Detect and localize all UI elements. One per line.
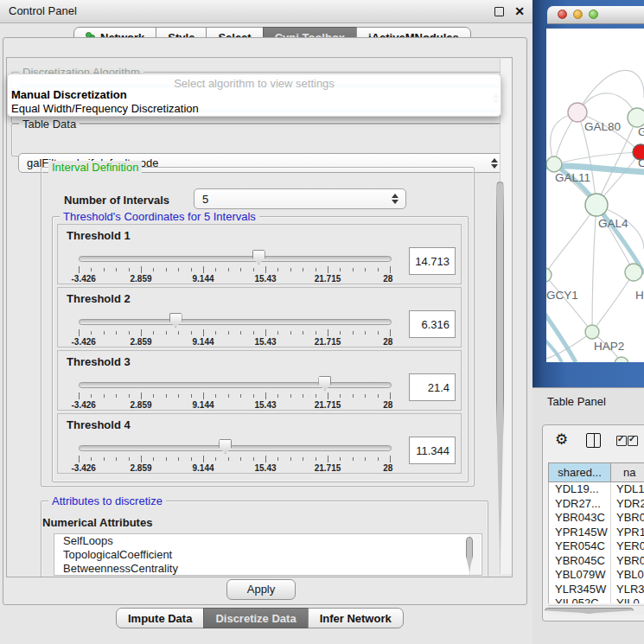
slider-thumb[interactable] bbox=[219, 439, 232, 454]
table-horizontal-scrollbar[interactable] bbox=[548, 605, 644, 615]
table-header-row: shared...na bbox=[548, 462, 644, 482]
network-node-partial[interactable] bbox=[615, 357, 628, 362]
threshold-value-field[interactable]: 21.4 bbox=[409, 373, 456, 401]
node-label: GCY1 bbox=[546, 289, 578, 302]
threshold-value-field[interactable]: 11.344 bbox=[409, 437, 456, 464]
algorithm-option[interactable]: Equal Width/Frequency Discretization bbox=[11, 102, 199, 115]
attributes-scrollbar[interactable] bbox=[469, 535, 481, 576]
split-columns-icon[interactable] bbox=[586, 433, 601, 448]
slider-tick-labels: -3.4262.8599.14415.4321.71528 bbox=[79, 463, 390, 474]
network-node-ga[interactable] bbox=[628, 108, 644, 127]
table-row[interactable]: YBR045C YBR0 bbox=[549, 554, 644, 569]
checkbox-icon[interactable] bbox=[616, 436, 627, 446]
control-panel-window: Control Panel ✕ NetworkStyleSelectCyni T… bbox=[0, 0, 532, 644]
network-edge[interactable] bbox=[592, 272, 634, 332]
slider-thumb[interactable] bbox=[318, 376, 331, 391]
tick-label: 21.715 bbox=[315, 400, 341, 410]
threshold-slider[interactable]: -3.4262.8599.14415.4321.71528 bbox=[79, 438, 390, 469]
attribute-list-item[interactable]: BetweennessCentrality bbox=[54, 562, 481, 576]
network-edge[interactable] bbox=[546, 205, 596, 275]
table-row[interactable]: YDL19... YDL1 bbox=[549, 482, 644, 497]
network-node-gal80[interactable] bbox=[568, 103, 587, 122]
network-node-gcy1[interactable] bbox=[546, 268, 552, 282]
table-row[interactable]: YPR145W YPR1 bbox=[549, 526, 644, 540]
column-header[interactable]: na bbox=[611, 463, 644, 481]
attribute-list-item[interactable]: TopologicalCoefficient bbox=[54, 548, 481, 562]
slider-thumb[interactable] bbox=[169, 313, 182, 328]
slider-ticks bbox=[79, 329, 390, 336]
minimize-traffic-light-icon[interactable] bbox=[573, 10, 583, 19]
tick-label: 9.144 bbox=[192, 400, 214, 410]
close-icon[interactable]: ✕ bbox=[514, 3, 525, 19]
network-edge[interactable] bbox=[546, 314, 576, 362]
float-window-icon[interactable] bbox=[494, 7, 504, 16]
tab-infer-network[interactable]: Infer Network bbox=[308, 608, 404, 628]
table-row[interactable]: YIL052C YIL0 bbox=[549, 596, 644, 603]
slider-track[interactable] bbox=[79, 319, 392, 325]
slider-tick-labels: -3.4262.8599.14415.4321.71528 bbox=[79, 274, 390, 284]
column-header[interactable]: shared... bbox=[549, 463, 611, 481]
tick-label: 2.859 bbox=[130, 274, 151, 284]
tick-label: 21.715 bbox=[315, 274, 341, 284]
network-node-gal11[interactable] bbox=[546, 156, 562, 172]
tab-impute-data[interactable]: Impute Data bbox=[116, 608, 204, 628]
table-hscrollbar-thumb[interactable] bbox=[545, 608, 634, 614]
table-row[interactable]: YLR345W YLR3 bbox=[549, 583, 644, 597]
algorithm-dropdown-popup: Select algorithm to view settings Manual… bbox=[7, 73, 501, 117]
tick-label: 15.43 bbox=[254, 274, 276, 284]
gear-icon[interactable]: ⚙ bbox=[555, 431, 568, 449]
control-panel-titlebar[interactable]: Control Panel ✕ bbox=[0, 0, 532, 23]
thresholds-group: Threshold's Coordinates for 5 Intervals … bbox=[52, 216, 469, 482]
threshold-label: Threshold 1 bbox=[67, 229, 131, 242]
tick-label: -3.426 bbox=[71, 274, 95, 284]
table-row[interactable]: YER054C YER0 bbox=[549, 539, 644, 554]
threshold-slider[interactable]: -3.4262.8599.14415.4321.71528 bbox=[79, 249, 390, 280]
network-edge[interactable] bbox=[577, 70, 644, 112]
threshold-block: Threshold 1 -3.4262.8599.14415.4321.7152… bbox=[57, 224, 462, 284]
node-label: GA bbox=[638, 125, 644, 138]
tab-discretize-data[interactable]: Discretize Data bbox=[203, 608, 308, 628]
tick-label: 15.43 bbox=[254, 463, 276, 473]
slider-ticks bbox=[79, 266, 390, 273]
table-row[interactable]: YBR043C YBR0 bbox=[549, 511, 644, 526]
algorithm-option[interactable]: Manual Discretization bbox=[11, 88, 127, 101]
panel-scrollbar[interactable] bbox=[500, 59, 512, 574]
threshold-slider[interactable]: -3.4262.8599.14415.4321.71528 bbox=[79, 375, 390, 406]
network-window-titlebar[interactable] bbox=[547, 6, 644, 24]
screen: { "window": { "title": "Control Panel" }… bbox=[0, 0, 644, 644]
table-row[interactable]: YBL079W YBL0 bbox=[549, 568, 644, 583]
threshold-value-field[interactable]: 14.713 bbox=[409, 247, 456, 275]
threshold-label: Threshold 3 bbox=[67, 355, 131, 368]
threshold-slider[interactable]: -3.4262.8599.14415.4321.71528 bbox=[79, 312, 390, 343]
number-of-intervals-combobox[interactable]: 5 bbox=[194, 188, 406, 209]
slider-track[interactable] bbox=[79, 382, 392, 388]
slider-ticks bbox=[79, 392, 390, 399]
slider-thumb[interactable] bbox=[252, 250, 265, 265]
checkbox-icon[interactable] bbox=[628, 436, 638, 446]
network-edge[interactable] bbox=[554, 152, 641, 164]
apply-button[interactable]: Apply bbox=[226, 579, 296, 600]
slider-tick-labels: -3.4262.8599.14415.4321.71528 bbox=[79, 400, 390, 411]
slider-track[interactable] bbox=[79, 256, 392, 262]
numerical-attributes-list[interactable]: SelfLoopsTopologicalCoefficientBetweenne… bbox=[54, 533, 482, 576]
node-label: GAL11 bbox=[555, 171, 590, 184]
close-traffic-light-icon[interactable] bbox=[558, 10, 567, 19]
slider-track[interactable] bbox=[79, 445, 392, 451]
threshold-label: Threshold 4 bbox=[67, 418, 131, 431]
tick-label: 15.43 bbox=[254, 337, 276, 347]
network-node-h[interactable] bbox=[625, 264, 642, 281]
tick-label: 2.859 bbox=[130, 337, 151, 347]
tick-label: 21.715 bbox=[315, 463, 341, 473]
zoom-traffic-light-icon[interactable] bbox=[589, 10, 598, 19]
network-node-gal4[interactable] bbox=[585, 194, 608, 216]
table-row[interactable]: YDR27... YDR2 bbox=[549, 497, 644, 512]
network-canvas[interactable]: GAL80GACGAL11GAL4GCY1HHAP2 bbox=[546, 29, 644, 362]
network-edge[interactable] bbox=[546, 340, 562, 362]
threshold-value-field[interactable]: 6.316 bbox=[409, 310, 456, 338]
interval-definition-group: Interval Definition Number of Intervals … bbox=[41, 167, 475, 487]
network-node-hap2[interactable] bbox=[585, 325, 599, 339]
network-edge[interactable] bbox=[592, 205, 596, 332]
tick-label: 28 bbox=[383, 463, 392, 473]
attribute-list-item[interactable]: SelfLoops bbox=[54, 534, 481, 548]
slider-ticks bbox=[79, 456, 390, 462]
